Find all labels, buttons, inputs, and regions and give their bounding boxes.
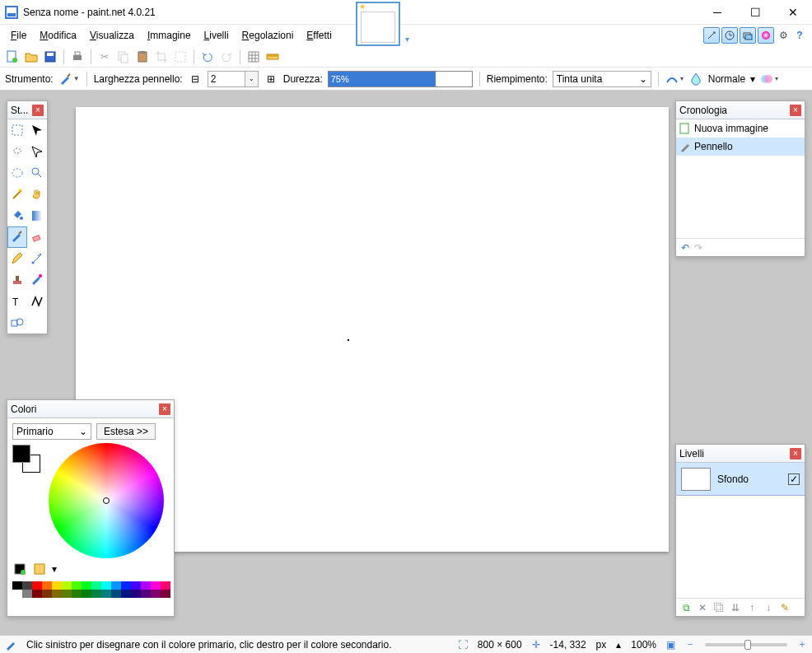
tool-brush[interactable] [7,226,27,248]
palette-cell[interactable] [32,590,42,598]
palette-cell[interactable] [72,590,82,598]
tool-recolor[interactable] [27,269,47,291]
tool-wand[interactable] [7,184,27,205]
palette-cell[interactable] [82,590,91,598]
menu-visualizza[interactable]: Visualizza [84,27,140,44]
layer-duplicate-icon[interactable]: ⿻ [712,601,726,614]
palette-cell[interactable] [161,590,170,598]
tool-pan[interactable] [27,184,47,205]
brushwidth-dropdown[interactable]: ⌄ [245,71,259,87]
brushwidth-input[interactable] [208,71,245,87]
blend-caret[interactable]: ▾ [750,73,755,85]
tool-move[interactable] [27,119,47,141]
tools-panel-close[interactable]: × [32,105,44,116]
tool-text[interactable]: T [7,291,27,312]
palette-cell[interactable] [72,581,82,590]
history-panel-toggle[interactable] [721,27,738,44]
tool-picker[interactable] [27,248,47,269]
tool-bucket[interactable] [7,205,27,226]
close-button[interactable]: ✕ [774,0,812,25]
menu-modifica[interactable]: Modifica [34,27,82,44]
palette-cell[interactable] [121,581,131,590]
palette-cell[interactable] [62,590,72,598]
minimize-button[interactable]: ─ [698,0,736,25]
layer-row[interactable]: Sfondo✓ [676,463,805,496]
save-icon[interactable] [43,49,58,64]
brushwidth-plus[interactable]: ⊞ [264,72,278,86]
layer-visible-checkbox[interactable]: ✓ [788,473,800,485]
help-icon[interactable]: ? [792,28,807,43]
palette-cell[interactable] [121,590,131,598]
palette-cell[interactable] [151,590,161,598]
menu-regolazioni[interactable]: Regolazioni [236,27,300,44]
history-panel-close[interactable]: × [790,105,801,116]
palette-cell[interactable] [141,590,151,598]
menu-file[interactable]: File [5,27,32,44]
palette-cell[interactable] [42,581,52,590]
print-icon[interactable] [70,49,85,64]
palette-cell[interactable] [12,581,22,590]
history-item[interactable]: Pennello [676,138,805,156]
tool-shapes[interactable] [7,312,27,333]
palette-cell[interactable] [91,590,101,598]
palette-cell[interactable] [52,581,62,590]
crop-icon[interactable] [154,49,169,64]
layer-down-icon[interactable]: ↓ [762,601,775,614]
overwrite-toggle[interactable]: ▾ [760,72,778,86]
ruler-icon[interactable] [265,49,280,64]
add-swatch-icon[interactable] [12,562,27,576]
history-undo-icon[interactable]: ↶ [681,242,689,254]
layer-props-icon[interactable]: ✎ [778,601,791,614]
layer-up-icon[interactable]: ↑ [745,601,758,614]
tool-selector[interactable]: ▼ [58,72,80,86]
document-thumbnail[interactable]: ★ [356,2,400,46]
palette-menu-caret[interactable]: ▾ [52,563,57,575]
fill-dropdown[interactable]: Tinta unita⌄ [553,71,651,87]
color-swatches[interactable] [12,445,42,474]
palette-cell[interactable] [91,581,101,590]
palette-cell[interactable] [101,581,111,590]
open-icon[interactable] [24,49,39,64]
zoom-in-icon[interactable]: ＋ [797,637,807,651]
new-icon[interactable] [5,49,20,64]
color-target-dropdown[interactable]: Primario⌄ [12,423,91,440]
tool-ellipse-sel[interactable] [7,162,27,184]
tool-move-sel[interactable] [27,141,47,162]
brushwidth-minus[interactable]: ⊟ [188,72,203,86]
palette-cell[interactable] [22,590,32,598]
primary-color-swatch[interactable] [12,445,30,463]
tool-zoom[interactable] [27,162,47,184]
palette-cell[interactable] [82,581,91,590]
tools-panel-toggle[interactable] [703,27,720,44]
palette-cell[interactable] [131,590,141,598]
tool-rect-select[interactable] [7,119,27,141]
zoom-slider[interactable] [705,643,787,646]
palette-cell[interactable] [161,581,170,590]
unit-caret[interactable]: ▴ [616,639,621,651]
copy-icon[interactable] [116,49,131,64]
tool-clone[interactable] [7,269,27,291]
palette-cell[interactable] [22,581,32,590]
cut-icon[interactable]: ✂ [97,49,112,64]
layers-panel-header[interactable]: Livelli × [676,445,805,463]
colors-panel-header[interactable]: Colori × [7,400,174,418]
undo-icon[interactable] [200,49,215,64]
palette-cell[interactable] [101,590,111,598]
menu-effetti[interactable]: Effetti [301,27,337,44]
grid-icon[interactable] [246,49,261,64]
color-more-button[interactable]: Estesa >> [96,423,156,440]
thumbnail-menu-icon[interactable]: ▾ [405,35,409,44]
antialias-toggle[interactable]: ▾ [665,72,684,86]
colors-panel-close[interactable]: × [159,403,170,415]
tool-pencil[interactable] [7,248,27,269]
history-redo-icon[interactable]: ↷ [694,242,702,254]
maximize-button[interactable]: ☐ [736,0,774,25]
menu-livelli[interactable]: Livelli [198,27,235,44]
layer-add-icon[interactable]: ⧉ [679,601,693,614]
palette-cell[interactable] [141,581,151,590]
palette-manage-icon[interactable] [32,562,47,576]
zoom-out-icon[interactable]: － [685,637,695,651]
tool-lasso[interactable] [7,141,27,162]
colors-panel-toggle[interactable] [758,27,774,44]
layers-panel-toggle[interactable] [740,27,756,44]
